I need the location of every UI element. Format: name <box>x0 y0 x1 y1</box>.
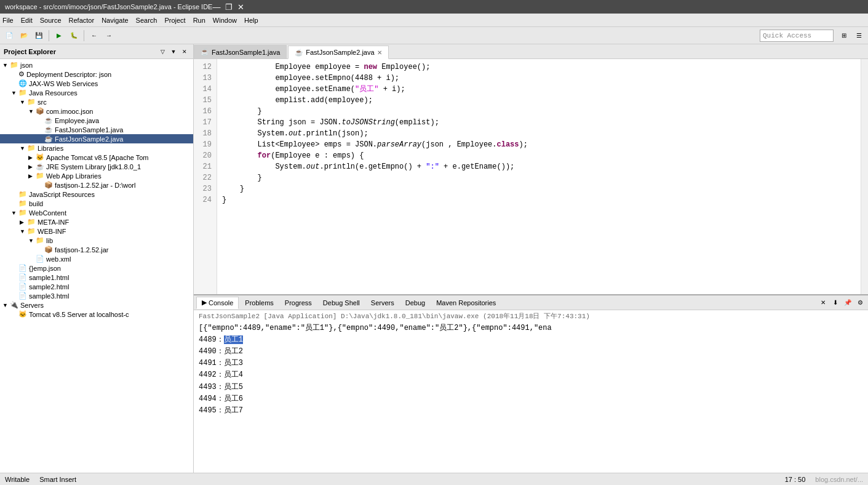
tree-label: META-INF <box>38 218 69 226</box>
tree-item-24[interactable]: 📄sample2.html <box>0 282 193 291</box>
toolbar-extra[interactable]: ☰ <box>852 29 866 42</box>
tree-item-7[interactable]: ☕FastJsonSample1.java <box>0 125 193 134</box>
tree-label: src <box>38 98 47 106</box>
menu-search[interactable]: Search <box>136 17 157 24</box>
console-tab-debug[interactable]: Debug <box>400 297 430 309</box>
console-pin-btn[interactable]: 📌 <box>842 297 853 308</box>
tree-icon: ☕ <box>44 126 53 134</box>
minimize-btn[interactable]: — <box>212 2 220 12</box>
tab-fastjsonsample1[interactable]: ☕ FastJsonSample1.java <box>194 45 287 58</box>
tree-item-19[interactable]: ▼📁lib <box>0 236 193 245</box>
tree-item-0[interactable]: ▼📁json <box>0 60 193 70</box>
tree-item-6[interactable]: ☕Employee.java <box>0 116 193 125</box>
tree-item-15[interactable]: 📁build <box>0 199 193 208</box>
tree-item-8[interactable]: ☕FastJsonSample2.java <box>0 134 193 143</box>
tree-icon: 📁 <box>18 89 27 97</box>
tree-arrow: ▼ <box>28 108 36 114</box>
tree-item-10[interactable]: ▶🐱Apache Tomcat v8.5 [Apache Tom <box>0 153 193 162</box>
quick-access-input[interactable]: Quick Access <box>760 30 834 42</box>
status-writable: Writable <box>5 476 30 483</box>
console-output: FastJsonSample2 [Java Application] D:\Ja… <box>194 310 868 473</box>
line-number: 24 <box>196 194 212 206</box>
maximize-btn[interactable]: ❐ <box>225 2 233 12</box>
tab-icon: ☕ <box>201 48 209 56</box>
menubar: File Edit Source Refactor Navigate Searc… <box>0 14 868 27</box>
menu-navigate[interactable]: Navigate <box>102 17 128 24</box>
tree-item-20[interactable]: 📦fastjson-1.2.52.jar <box>0 245 193 254</box>
tree-item-23[interactable]: 📄sample1.html <box>0 273 193 282</box>
new-btn[interactable]: 📄 <box>2 29 16 42</box>
tree-item-21[interactable]: 📄web.xml <box>0 254 193 263</box>
menu-help[interactable]: Help <box>244 17 258 24</box>
console-tab-maven[interactable]: Maven Repositories <box>431 297 501 309</box>
tree-label: JRE System Library [jdk1.8.0_1 <box>46 163 141 170</box>
tree-item-2[interactable]: 🌐JAX-WS Web Services <box>0 79 193 88</box>
editor-scrollbar[interactable] <box>861 59 868 294</box>
menu-window[interactable]: Window <box>213 17 237 24</box>
code-editor[interactable]: Employee employee = new Employee(); empl… <box>217 59 861 294</box>
line-number: 23 <box>196 183 212 194</box>
console-tab-problems[interactable]: Problems <box>240 297 278 309</box>
tree-label: Libraries <box>38 145 63 152</box>
tree-label: web.xml <box>46 255 71 263</box>
tree-item-11[interactable]: ▶☕JRE System Library [jdk1.8.0_1 <box>0 162 193 171</box>
menu-file[interactable]: File <box>2 17 14 24</box>
tree-item-26[interactable]: ▼🔌Servers <box>0 300 193 310</box>
menu-source[interactable]: Source <box>40 17 62 24</box>
menu-run[interactable]: Run <box>193 17 205 24</box>
tree-item-18[interactable]: ▼📁WEB-INF <box>0 226 193 236</box>
tree-item-5[interactable]: ▼📦com.imooc.json <box>0 106 193 116</box>
tree-item-13[interactable]: 📦fastjson-1.2.52.jar - D:\worl <box>0 180 193 190</box>
tree-label: json <box>20 62 33 69</box>
forward-btn[interactable]: → <box>102 29 116 42</box>
separator <box>84 30 84 41</box>
debugshell-tab-label: Debug Shell <box>323 299 360 307</box>
console-tab-debugshell[interactable]: Debug Shell <box>318 297 365 309</box>
tab-close-icon[interactable]: ✕ <box>377 49 382 56</box>
menu-project[interactable]: Project <box>164 17 185 24</box>
menu-refactor[interactable]: Refactor <box>69 17 95 24</box>
tree-icon: 🌐 <box>18 79 27 87</box>
console-output-line: 4494：员工6 <box>199 393 863 405</box>
perspectives-btn[interactable]: ⊞ <box>837 29 851 42</box>
tree-item-4[interactable]: ▼📁src <box>0 97 193 106</box>
console-tab-progress[interactable]: Progress <box>280 297 317 309</box>
tree-item-22[interactable]: 📄{}emp.json <box>0 263 193 273</box>
tree-item-14[interactable]: 📁JavaScript Resources <box>0 190 193 199</box>
project-explorer-header: Project Explorer ▽ ▼ ✕ <box>0 44 193 59</box>
console-options-btn[interactable]: ⚙ <box>854 297 866 308</box>
console-icon: ▶ <box>202 299 207 307</box>
tree-icon: 📁 <box>10 61 18 69</box>
close-btn[interactable]: ✕ <box>237 2 244 12</box>
menu-edit[interactable]: Edit <box>21 17 33 24</box>
pe-close-btn[interactable]: ✕ <box>180 47 189 57</box>
tree-item-1[interactable]: ⚙Deployment Descriptor: json <box>0 70 193 79</box>
tree-item-16[interactable]: ▼📁WebContent <box>0 208 193 217</box>
tree-label: Java Resources <box>29 89 78 97</box>
save-btn[interactable]: 💾 <box>32 29 46 42</box>
back-btn[interactable]: ← <box>87 29 101 42</box>
pe-collapse-btn[interactable]: ▽ <box>157 47 167 57</box>
problems-tab-label: Problems <box>245 299 273 307</box>
open-btn[interactable]: 📂 <box>17 29 31 42</box>
console-tab-console[interactable]: ▶ Console <box>196 297 239 309</box>
titlebar-controls[interactable]: — ❐ ✕ <box>212 2 244 12</box>
run-btn[interactable]: ▶ <box>52 29 66 42</box>
tree-label: Employee.java <box>55 117 99 124</box>
line-number: 12 <box>196 62 212 73</box>
tree-item-17[interactable]: ▶📁META-INF <box>0 217 193 226</box>
pe-title: Project Explorer <box>4 48 56 55</box>
tree-item-12[interactable]: ▶📁Web App Libraries <box>0 171 193 180</box>
console-scroll-btn[interactable]: ⬇ <box>830 297 841 308</box>
tree-label: Tomcat v8.5 Server at localhost-c <box>29 311 129 318</box>
tree-item-9[interactable]: ▼📁Libraries <box>0 143 193 153</box>
tree-label: {}emp.json <box>29 265 61 272</box>
tree-item-25[interactable]: 📄sample3.html <box>0 291 193 300</box>
tree-item-27[interactable]: 🐱Tomcat v8.5 Server at localhost-c <box>0 310 193 319</box>
console-clear-btn[interactable]: ✕ <box>818 297 829 308</box>
pe-menu-btn[interactable]: ▼ <box>169 47 178 57</box>
tab-fastjsonsample2[interactable]: ☕ FastJsonSample2.java ✕ <box>288 46 388 59</box>
console-tab-servers[interactable]: Servers <box>366 297 399 309</box>
tree-item-3[interactable]: ▼📁Java Resources <box>0 88 193 97</box>
debug-btn[interactable]: 🐛 <box>67 29 81 42</box>
